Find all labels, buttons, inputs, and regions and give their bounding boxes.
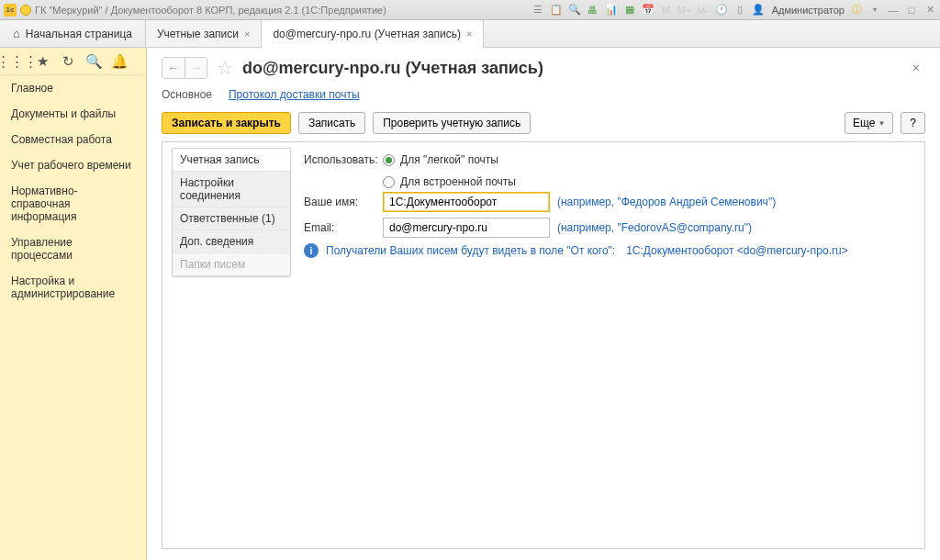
toolbar-icon-1[interactable]: ☰ <box>532 4 544 17</box>
email-input[interactable] <box>383 218 550 238</box>
tab-close-icon[interactable]: × <box>466 28 472 39</box>
home-tab-label: Начальная страница <box>26 28 132 40</box>
tab-accounts-label: Учетные записи <box>157 28 239 40</box>
toolbar-m-minus-icon[interactable]: M- <box>697 4 710 17</box>
save-button[interactable]: Записать <box>298 112 365 134</box>
close-icon[interactable]: ✕ <box>923 4 936 17</box>
check-account-button[interactable]: Проверить учетную запись <box>373 112 531 134</box>
more-button[interactable]: Еще ▼ <box>845 112 893 134</box>
apps-icon[interactable]: ⋮⋮⋮ <box>9 54 24 69</box>
use-label: Использовать: <box>304 153 383 166</box>
tab-account-detail[interactable]: do@mercury-npo.ru (Учетная запись) × <box>262 20 484 48</box>
form-section-folders: Папки писем <box>173 253 290 276</box>
tab-accounts[interactable]: Учетные записи × <box>146 20 262 47</box>
toolbar-icon-2[interactable]: 📋 <box>550 4 563 17</box>
sidebar-item-processes[interactable]: Управление процессами <box>0 230 146 268</box>
nav-forward-button[interactable]: → <box>185 58 207 78</box>
form-section-additional[interactable]: Доп. сведения <box>173 230 290 253</box>
name-label: Ваше имя: <box>304 196 383 208</box>
bell-icon[interactable]: 🔔 <box>112 54 127 69</box>
home-icon: ⌂ <box>13 27 20 40</box>
form-section-responsible[interactable]: Ответственные (1) <box>173 207 290 230</box>
nav-sidebar: ⋮⋮⋮ ★ ↻ 🔍 🔔 Главное Документы и файлы Со… <box>0 48 147 560</box>
page-close-button[interactable]: × <box>907 59 925 77</box>
info-circle-icon: i <box>304 243 319 258</box>
sidebar-item-documents[interactable]: Документы и файлы <box>0 101 146 127</box>
app-logo-icon: 1c <box>4 4 17 17</box>
user-name[interactable]: Администратор <box>772 5 845 16</box>
name-input[interactable] <box>383 192 550 212</box>
sidebar-item-admin[interactable]: Настройка и администрирование <box>0 268 146 307</box>
nav-arrows: ← → <box>162 57 207 79</box>
toolbar-panel-icon[interactable]: ▯ <box>733 4 746 17</box>
window-title: ГК "Меркурий" / Документооборот 8 КОРП, … <box>35 5 386 16</box>
subtab-main[interactable]: Основное <box>162 88 212 101</box>
toolbar-calendar-icon[interactable]: 📅 <box>642 4 655 17</box>
maximize-icon[interactable]: □ <box>905 4 918 17</box>
user-icon[interactable]: 👤 <box>752 4 765 17</box>
radio-light-label[interactable]: Для "легкой" почты <box>400 153 498 166</box>
email-hint: (например, "FedorovAS@company.ru") <box>557 221 752 234</box>
subtab-protocol[interactable]: Протокол доставки почты <box>229 88 360 101</box>
info-text: Получатели Ваших писем будут видеть в по… <box>326 244 615 257</box>
more-button-label: Еще <box>853 117 875 129</box>
toolbar-m-icon[interactable]: M <box>660 4 673 17</box>
favorite-star-icon[interactable]: ☆ <box>217 57 233 79</box>
sidebar-item-main[interactable]: Главное <box>0 75 146 101</box>
form-section-list: Учетная запись Настройки соединения Отве… <box>172 148 291 277</box>
help-button[interactable]: ? <box>901 112 925 134</box>
chevron-down-icon: ▼ <box>878 119 885 128</box>
email-label: Email: <box>304 221 383 234</box>
home-tab[interactable]: ⌂ Начальная страница <box>0 20 146 47</box>
app-circle-icon <box>20 5 31 16</box>
radio-light-mail[interactable] <box>383 154 395 166</box>
history-icon[interactable]: ↻ <box>61 54 75 69</box>
favorites-icon[interactable]: ★ <box>35 54 50 69</box>
window-titlebar: 1c ГК "Меркурий" / Документооборот 8 КОР… <box>0 0 940 20</box>
toolbar-m-plus-icon[interactable]: M+ <box>678 4 691 17</box>
tab-close-icon[interactable]: × <box>244 28 250 39</box>
name-hint: (например, "Федоров Андрей Семенович") <box>557 196 776 208</box>
info-value: 1С:Документооборот <do@mercury-npo.ru> <box>626 244 847 257</box>
info-icon[interactable]: ⓘ <box>850 4 863 17</box>
page-title: do@mercury-npo.ru (Учетная запись) <box>242 59 543 78</box>
form-section-connection[interactable]: Настройки соединения <box>173 172 290 207</box>
minimize-icon[interactable]: — <box>887 4 900 17</box>
toolbar-clock-icon[interactable]: 🕐 <box>715 4 728 17</box>
toolbar-chart-icon[interactable]: 📊 <box>605 4 618 17</box>
sidebar-item-time[interactable]: Учет рабочего времени <box>0 152 146 178</box>
dropdown-icon[interactable]: ▾ <box>868 4 881 17</box>
search-icon[interactable]: 🔍 <box>86 54 101 69</box>
tab-account-detail-label: do@mercury-npo.ru (Учетная запись) <box>273 28 461 40</box>
form-section-account[interactable]: Учетная запись <box>173 149 290 172</box>
document-tabbar: ⌂ Начальная страница Учетные записи × do… <box>0 20 940 48</box>
sidebar-item-collab[interactable]: Совместная работа <box>0 127 146 152</box>
toolbar-grid-icon[interactable]: ▦ <box>623 4 636 17</box>
save-close-button[interactable]: Записать и закрыть <box>162 112 291 134</box>
sidebar-item-reference[interactable]: Нормативно-справочная информация <box>0 178 146 230</box>
toolbar-icon-3[interactable]: 🔍 <box>568 4 581 17</box>
nav-back-button[interactable]: ← <box>162 58 185 78</box>
radio-builtin-mail[interactable] <box>383 176 395 188</box>
toolbar-print-icon[interactable]: 🖶 <box>587 4 599 17</box>
radio-builtin-label[interactable]: Для встроенной почты <box>400 175 516 188</box>
